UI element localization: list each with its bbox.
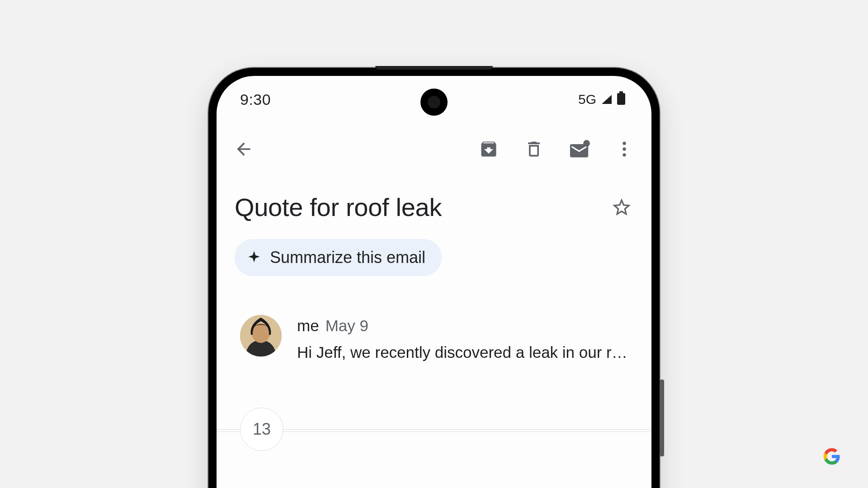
email-subject: Quote for roof leak — [235, 192, 442, 222]
svg-point-4 — [623, 147, 626, 150]
mail-unread-icon — [568, 139, 590, 159]
back-button[interactable] — [233, 138, 255, 160]
sender-avatar[interactable] — [240, 315, 282, 357]
message-row[interactable]: me May 9 Hi Jeff, we recently discovered… — [217, 276, 651, 364]
camera-cutout — [420, 89, 448, 116]
network-label: 5G — [578, 92, 596, 107]
archive-icon — [479, 139, 499, 159]
message-body: me May 9 Hi Jeff, we recently discovered… — [297, 315, 631, 364]
svg-point-3 — [623, 142, 626, 145]
screen: 9:30 5G — [217, 76, 651, 488]
status-time: 9:30 — [240, 91, 271, 108]
sender-name: me — [297, 317, 319, 335]
more-button[interactable] — [613, 138, 635, 160]
status-indicators: 5G — [578, 91, 625, 108]
star-outline-icon — [611, 197, 632, 218]
sparkle-icon — [247, 250, 261, 265]
subject-row: Quote for roof leak — [217, 164, 651, 224]
svg-rect-0 — [619, 91, 623, 93]
trash-icon — [524, 139, 544, 159]
message-preview: Hi Jeff, we recently discovered a leak i… — [297, 341, 631, 364]
star-button[interactable] — [611, 197, 632, 218]
svg-rect-1 — [617, 93, 625, 105]
signal-icon — [601, 91, 613, 108]
app-bar — [217, 111, 651, 164]
delete-button[interactable] — [523, 138, 545, 160]
thread-count-row: 13 — [217, 408, 651, 451]
mark-unread-button[interactable] — [568, 138, 590, 160]
power-button — [660, 380, 664, 456]
arrow-back-icon — [234, 139, 254, 159]
summarize-chip[interactable]: Summarize this email — [235, 239, 442, 276]
archive-button[interactable] — [478, 138, 500, 160]
message-date: May 9 — [326, 317, 368, 335]
summarize-label: Summarize this email — [270, 248, 425, 267]
svg-point-2 — [583, 140, 590, 147]
thread-count-badge[interactable]: 13 — [240, 408, 283, 451]
battery-icon — [617, 91, 625, 108]
svg-point-5 — [623, 153, 626, 156]
google-logo — [823, 447, 841, 465]
more-vert-icon — [614, 139, 634, 159]
phone-frame: 9:30 5G — [208, 68, 660, 488]
